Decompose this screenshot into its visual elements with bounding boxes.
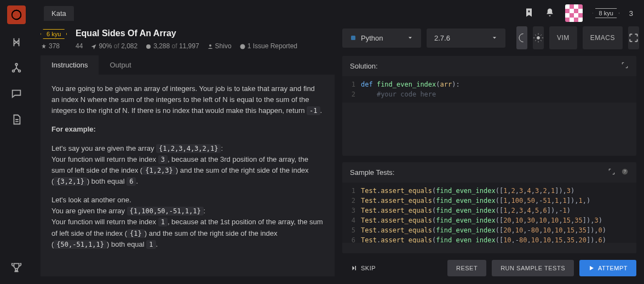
tab-output[interactable]: Output [99, 55, 142, 75]
side-nav [0, 0, 33, 284]
fullscreen-button[interactable] [628, 26, 639, 49]
run-tests-button[interactable]: RUN SAMPLE TESTS [492, 260, 574, 276]
tab-instructions[interactable]: Instructions [41, 55, 99, 75]
bookmark-icon[interactable] [524, 7, 534, 20]
stat-completed[interactable]: 3,288 of 11,997 [145, 42, 199, 50]
tests-panel: Sample Tests: ? 1Test.assert_equals(find… [342, 162, 636, 253]
top-bar: Kata 8 kyu 3 [33, 0, 644, 26]
chat-icon[interactable] [10, 88, 22, 101]
docs-icon[interactable] [10, 113, 22, 127]
description-panel: You are going to be given an array of in… [41, 75, 335, 276]
user-points: 3 [629, 9, 633, 18]
chevron-down-icon [491, 35, 498, 41]
desc-tabs: Instructions Output [41, 55, 335, 75]
stat-satisfaction[interactable]: 90% of 2,082 [90, 42, 137, 50]
theme-toggle[interactable] [516, 26, 527, 49]
svg-point-6 [240, 44, 245, 49]
svg-rect-7 [351, 36, 355, 40]
bell-icon[interactable] [544, 7, 555, 20]
kata-header: 6 kyu Equal Sides Of An Array 378 44 90%… [41, 26, 335, 55]
version-select[interactable]: 2.7.6 [427, 29, 505, 48]
chevron-down-icon [407, 35, 413, 41]
skip-button[interactable]: SKIP [342, 260, 384, 276]
svg-point-8 [537, 37, 540, 39]
kata-rank-badge: 6 kyu [41, 29, 67, 39]
desc-text: You are going to be given an array of in… [51, 84, 315, 115]
help-icon[interactable]: ? [621, 168, 629, 177]
attempt-button[interactable]: ATTEMPT [579, 260, 636, 276]
solution-title: Solution: [350, 62, 378, 70]
mode-emacs[interactable]: EMACS [583, 26, 623, 49]
stat-collections[interactable]: 44 [67, 42, 83, 50]
solution-editor[interactable]: 1def find_even_index(arr):2 #your code h… [342, 76, 636, 103]
trophy-icon[interactable] [10, 262, 22, 275]
solution-panel: Solution: 1def find_even_index(arr):2 #y… [342, 56, 636, 156]
nav-tab-kata[interactable]: Kata [44, 6, 74, 21]
expand-icon[interactable] [608, 168, 616, 177]
network-icon[interactable] [10, 62, 22, 76]
action-buttons: SKIP RESET RUN SAMPLE TESTS ATTEMPT [342, 260, 636, 276]
tests-editor[interactable]: 1Test.assert_equals(find_even_index([1,2… [342, 183, 636, 243]
reset-button[interactable]: RESET [447, 260, 486, 276]
editor-controls: Python 2.7.6 VIM EMACS [342, 26, 636, 49]
tests-title: Sample Tests: [350, 168, 394, 177]
language-select[interactable]: Python [342, 29, 421, 48]
desc-heading: For example: [51, 125, 96, 133]
svg-point-5 [209, 44, 211, 47]
svg-text:?: ? [624, 170, 626, 174]
train-icon[interactable] [10, 36, 22, 50]
mode-vim[interactable]: VIM [549, 26, 577, 49]
svg-point-4 [146, 44, 151, 49]
expand-icon[interactable] [621, 61, 629, 71]
settings-button[interactable] [533, 26, 544, 49]
user-rank-badge: 8 kyu [593, 8, 619, 18]
kata-title: Equal Sides Of An Array [76, 29, 176, 38]
stat-issues[interactable]: 1 Issue Reported [239, 42, 297, 50]
stat-stars[interactable]: 378 [41, 42, 60, 50]
logo-icon[interactable] [7, 5, 26, 24]
code-inline: -1 [307, 106, 320, 115]
avatar[interactable] [565, 4, 583, 22]
svg-point-1 [15, 64, 18, 66]
stat-author[interactable]: Shivo [207, 42, 232, 50]
